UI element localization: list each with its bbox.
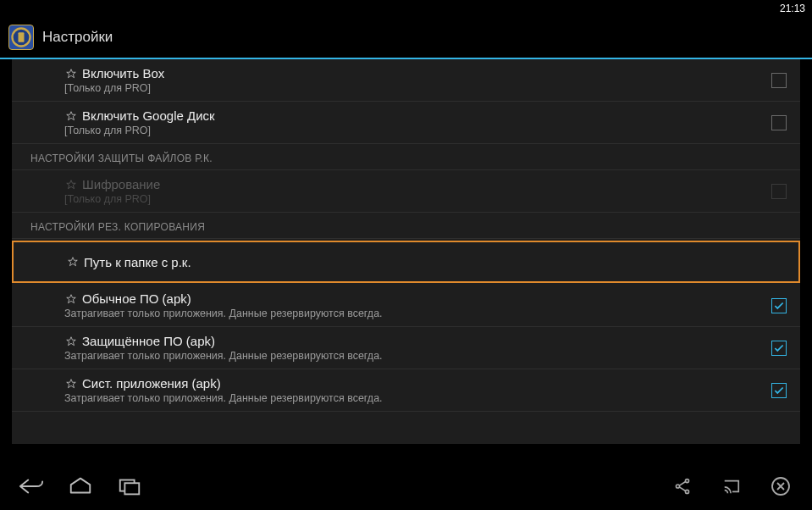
star-icon [64,335,77,347]
checkbox[interactable] [771,383,787,398]
section-header-protection: НАСТРОЙКИ ЗАЩИТЫ ФАЙЛОВ Р.К. [12,144,800,170]
checkbox[interactable] [771,341,787,356]
checkbox[interactable] [771,73,787,88]
row-subtitle: Затрагивает только приложения. Данные ре… [64,350,763,362]
row-title: Путь к папке с р.к. [84,255,191,269]
star-icon [64,109,77,122]
row-normal-apk[interactable]: Обычное ПО (apk) Затрагивает только прил… [12,285,800,327]
svg-rect-3 [124,483,139,494]
row-title: Обычное ПО (apk) [82,291,191,306]
row-enable-box[interactable]: Включить Box [Только для PRO] [12,59,800,102]
section-header-backup: НАСТРОЙКИ РЕЗ. КОПИРОВАНИЯ [12,213,800,239]
checkbox[interactable] [771,298,787,313]
close-icon[interactable] [768,474,793,499]
row-encryption: Шифрование [Только для PRO] [12,170,800,213]
svg-point-6 [685,490,688,493]
svg-point-5 [685,480,688,483]
checkbox[interactable] [771,115,787,130]
app-icon [8,25,34,50]
back-button[interactable] [19,474,44,499]
app-header: Настройки [0,17,812,58]
star-icon [64,67,77,80]
star-icon [64,377,77,390]
row-subtitle: Затрагивает только приложения. Данные ре… [64,308,763,319]
row-subtitle: [Только для PRO] [64,125,763,136]
row-protected-apk[interactable]: Защищённое ПО (apk) Затрагивает только п… [12,327,800,369]
row-title: Защищённое ПО (apk) [82,334,215,348]
cast-icon[interactable] [719,474,744,499]
row-backup-path[interactable]: Путь к папке с р.к. [12,241,800,283]
navigation-bar [0,463,812,510]
svg-point-4 [676,485,679,488]
row-subtitle: [Только для PRO] [64,193,763,205]
row-title: Включить Google Диск [82,108,215,123]
row-subtitle: [Только для PRO] [64,82,763,94]
row-system-apk[interactable]: Сист. приложения (apk) Затрагивает тольк… [12,369,800,412]
row-subtitle: Затрагивает только приложения. Данные ре… [64,392,763,404]
row-title: Сист. приложения (apk) [82,376,221,391]
home-button[interactable] [68,474,93,499]
svg-rect-1 [19,32,25,42]
recents-button[interactable] [117,474,142,499]
row-title: Включить Box [82,66,164,80]
header-title: Настройки [42,29,113,46]
star-icon [64,292,77,305]
checkbox [771,184,787,199]
status-time: 21:13 [780,3,805,14]
share-icon[interactable] [670,474,695,499]
star-icon [64,178,77,191]
row-enable-gdrive[interactable]: Включить Google Диск [Только для PRO] [12,102,800,144]
row-title: Шифрование [82,177,160,191]
star-icon [66,256,79,269]
settings-list[interactable]: Включить Box [Только для PRO] Включить G… [12,59,800,444]
status-bar: 21:13 [0,0,812,17]
